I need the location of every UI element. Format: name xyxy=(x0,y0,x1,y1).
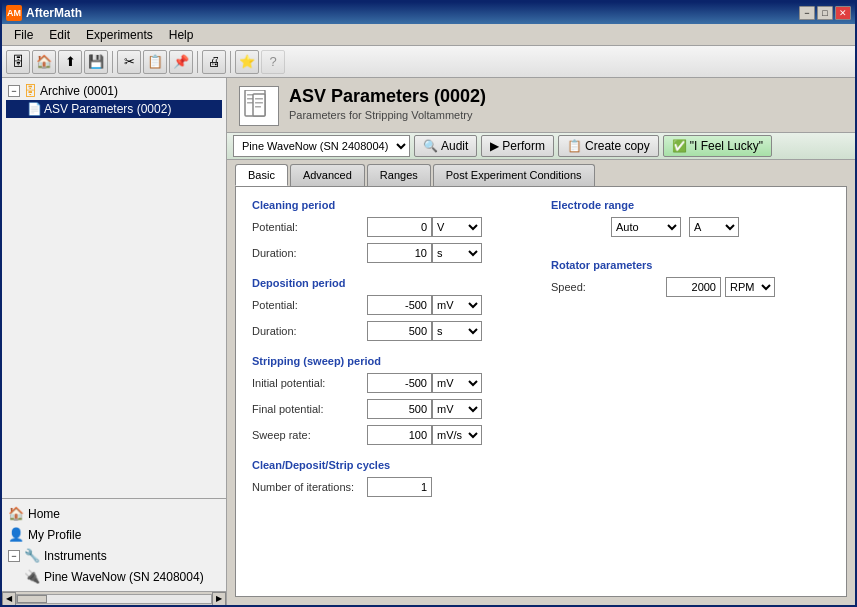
sidebar-item-archive[interactable]: − 🗄 Archive (0001) xyxy=(6,82,222,100)
deposition-potential-input[interactable] xyxy=(367,295,432,315)
perform-button[interactable]: ▶ Perform xyxy=(481,135,554,157)
create-copy-button[interactable]: 📋 Create copy xyxy=(558,135,659,157)
form-right-column: Electrode range Auto1mA100μA AmAμA Rotat… xyxy=(551,197,830,586)
sweep-rate-input[interactable] xyxy=(367,425,432,445)
sidebar-profile[interactable]: 👤 My Profile xyxy=(6,524,222,545)
toolbar-print[interactable]: 🖨 xyxy=(202,50,226,74)
scroll-track[interactable] xyxy=(16,594,212,604)
instruments-expand[interactable]: − xyxy=(8,550,20,562)
cleaning-period-title: Cleaning period xyxy=(252,199,531,211)
toolbar-paste[interactable]: 📌 xyxy=(169,50,193,74)
close-button[interactable]: ✕ xyxy=(835,6,851,20)
toolbar-star[interactable]: ⭐ xyxy=(235,50,259,74)
toolbar-separator-1 xyxy=(112,51,113,73)
deposition-period-title: Deposition period xyxy=(252,277,531,289)
toolbar-cut[interactable]: ✂ xyxy=(117,50,141,74)
scroll-thumb[interactable] xyxy=(17,595,47,603)
sidebar-item-asv[interactable]: 📄 ASV Parameters (0002) xyxy=(6,100,222,118)
form-content: Cleaning period Potential: VmV Duration:… xyxy=(235,186,847,597)
feel-lucky-button[interactable]: ✅ "I Feel Lucky" xyxy=(663,135,772,157)
instruments-label: Instruments xyxy=(44,549,107,563)
perform-icon: ▶ xyxy=(490,139,499,153)
speed-input[interactable] xyxy=(666,277,721,297)
sidebar-scrollbar: ◀ ▶ xyxy=(2,591,226,605)
tab-basic[interactable]: Basic xyxy=(235,164,288,186)
sidebar-instruments[interactable]: − 🔧 Instruments xyxy=(6,545,222,566)
initial-potential-unit[interactable]: VmV xyxy=(432,373,482,393)
toolbar-copy[interactable]: 📋 xyxy=(143,50,167,74)
cleaning-duration-input[interactable] xyxy=(367,243,432,263)
title-bar: AM AfterMath − □ ✕ xyxy=(2,2,855,24)
final-potential-row: Final potential: VmV xyxy=(252,399,531,419)
deposition-potential-label: Potential: xyxy=(252,299,367,311)
svg-rect-5 xyxy=(255,98,263,100)
doc-icon: 📄 xyxy=(26,102,42,116)
minimize-button[interactable]: − xyxy=(799,6,815,20)
electrode-unit-select[interactable]: AmAμA xyxy=(689,217,739,237)
maximize-button[interactable]: □ xyxy=(817,6,833,20)
tab-post-experiment[interactable]: Post Experiment Conditions xyxy=(433,164,595,186)
electrode-range-row: Auto1mA100μA AmAμA xyxy=(551,217,830,237)
electrode-auto-select[interactable]: Auto1mA100μA xyxy=(611,217,681,237)
menu-help[interactable]: Help xyxy=(161,26,202,44)
sidebar-home[interactable]: 🏠 Home xyxy=(6,503,222,524)
menu-file[interactable]: File xyxy=(6,26,41,44)
sidebar-tree: − 🗄 Archive (0001) 📄 ASV Parameters (000… xyxy=(2,78,226,498)
audit-button[interactable]: 🔍 Audit xyxy=(414,135,477,157)
final-potential-input[interactable] xyxy=(367,399,432,419)
cleaning-duration-row: Duration: sms xyxy=(252,243,531,263)
cleaning-potential-input[interactable] xyxy=(367,217,432,237)
sidebar-pine-wavenow[interactable]: 🔌 Pine WaveNow (SN 2408004) xyxy=(6,566,222,587)
device-select[interactable]: Pine WaveNow (SN 2408004) xyxy=(233,135,410,157)
archive-label: Archive (0001) xyxy=(40,84,118,98)
toolbar-archive[interactable]: 🗄 xyxy=(6,50,30,74)
scroll-left[interactable]: ◀ xyxy=(2,592,16,606)
deposition-duration-label: Duration: xyxy=(252,325,367,337)
profile-label: My Profile xyxy=(28,528,81,542)
sidebar: − 🗄 Archive (0001) 📄 ASV Parameters (000… xyxy=(2,78,227,605)
iterations-label: Number of iterations: xyxy=(252,481,367,493)
asv-label: ASV Parameters (0002) xyxy=(44,102,171,116)
scroll-right[interactable]: ▶ xyxy=(212,592,226,606)
tab-bar: Basic Advanced Ranges Post Experiment Co… xyxy=(227,160,855,186)
iterations-input[interactable] xyxy=(367,477,432,497)
toolbar-help[interactable]: ? xyxy=(261,50,285,74)
form-left-column: Cleaning period Potential: VmV Duration:… xyxy=(252,197,531,586)
deposition-duration-row: Duration: sms xyxy=(252,321,531,341)
archive-expand[interactable]: − xyxy=(8,85,20,97)
sweep-rate-unit[interactable]: V/smV/s xyxy=(432,425,482,445)
content-header: ASV Parameters (0002) Parameters for Str… xyxy=(227,78,855,132)
tab-advanced[interactable]: Advanced xyxy=(290,164,365,186)
toolbar-up[interactable]: ⬆ xyxy=(58,50,82,74)
cleaning-potential-row: Potential: VmV xyxy=(252,217,531,237)
initial-potential-input[interactable] xyxy=(367,373,432,393)
audit-icon: 🔍 xyxy=(423,139,438,153)
copy-icon: 📋 xyxy=(567,139,582,153)
menu-experiments[interactable]: Experiments xyxy=(78,26,161,44)
window-controls: − □ ✕ xyxy=(799,6,851,20)
toolbar-separator-3 xyxy=(230,51,231,73)
speed-unit-select[interactable]: RPMrad/s xyxy=(725,277,775,297)
document-svg xyxy=(243,90,275,122)
toolbar-save[interactable]: 💾 xyxy=(84,50,108,74)
tab-ranges[interactable]: Ranges xyxy=(367,164,431,186)
page-title: ASV Parameters (0002) xyxy=(289,86,486,107)
main-toolbar: 🗄 🏠 ⬆ 💾 ✂ 📋 📌 🖨 ⭐ ? xyxy=(2,46,855,78)
app-icon: AM xyxy=(6,5,22,21)
final-potential-unit[interactable]: VmV xyxy=(432,399,482,419)
content-area: ASV Parameters (0002) Parameters for Str… xyxy=(227,78,855,605)
svg-rect-4 xyxy=(253,94,265,116)
deposition-duration-input[interactable] xyxy=(367,321,432,341)
cleaning-duration-unit[interactable]: sms xyxy=(432,243,482,263)
toolbar-home[interactable]: 🏠 xyxy=(32,50,56,74)
sidebar-bottom: 🏠 Home 👤 My Profile − 🔧 Instruments 🔌 Pi… xyxy=(2,498,226,591)
cleaning-potential-unit[interactable]: VmV xyxy=(432,217,482,237)
cleaning-potential-label: Potential: xyxy=(252,221,367,233)
deposition-potential-row: Potential: VmV xyxy=(252,295,531,315)
deposition-duration-unit[interactable]: sms xyxy=(432,321,482,341)
window-title: AfterMath xyxy=(26,6,82,20)
deposition-potential-unit[interactable]: VmV xyxy=(432,295,482,315)
svg-rect-6 xyxy=(255,102,263,104)
toolbar-separator-2 xyxy=(197,51,198,73)
menu-edit[interactable]: Edit xyxy=(41,26,78,44)
